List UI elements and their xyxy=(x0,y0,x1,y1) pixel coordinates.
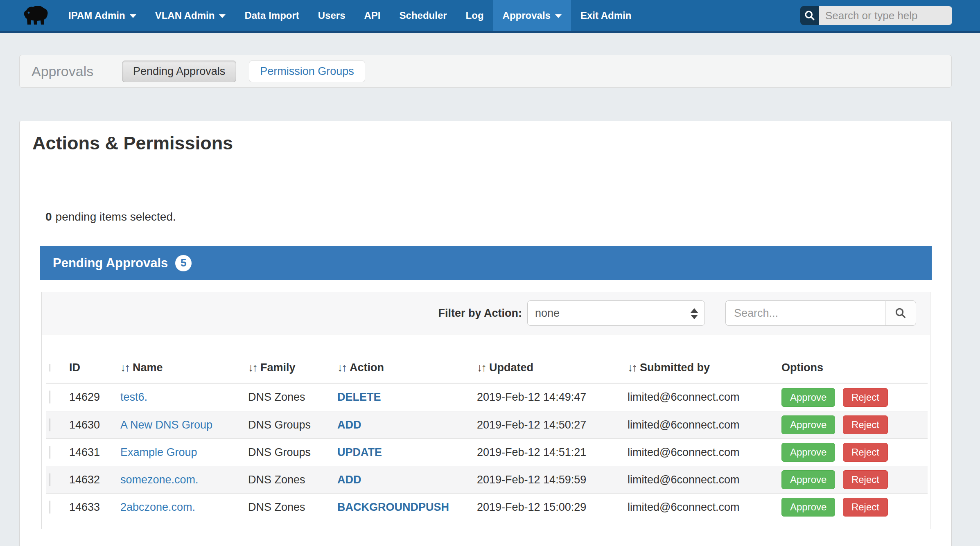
row-options: Approve Reject xyxy=(781,470,928,489)
main-panel: Actions & Permissions 0pending items sel… xyxy=(19,121,952,546)
column-header[interactable]: ↓↑ Updated xyxy=(477,361,628,374)
nav-item[interactable]: Users xyxy=(309,0,355,31)
table-search-input[interactable] xyxy=(725,300,885,326)
nav-item[interactable]: Data Import xyxy=(235,0,308,31)
top-navbar: IPAM Admin VLAN Admin Data Import Users … xyxy=(0,0,980,33)
caret-down-icon xyxy=(555,14,562,18)
reject-button[interactable]: Reject xyxy=(843,443,888,462)
nav-item[interactable]: IPAM Admin xyxy=(59,0,146,31)
nav-menu: IPAM Admin VLAN Admin Data Import Users … xyxy=(59,0,641,31)
row-checkbox[interactable] xyxy=(50,446,50,459)
sort-icon: ↓↑ xyxy=(120,361,129,374)
column-header-label: Family xyxy=(260,361,296,374)
tab[interactable]: Pending Approvals xyxy=(122,61,236,82)
row-id: 14633 xyxy=(69,501,120,514)
approve-button[interactable]: Approve xyxy=(781,498,835,517)
approve-button[interactable]: Approve xyxy=(781,443,835,462)
search-icon[interactable] xyxy=(800,6,819,25)
row-submitted-by: limited@6connect.com xyxy=(628,419,781,431)
row-name-link[interactable]: test6. xyxy=(120,391,147,403)
reject-button[interactable]: Reject xyxy=(843,470,888,489)
selected-text: pending items selected. xyxy=(56,210,176,223)
help-search-input[interactable] xyxy=(819,6,952,25)
row-checkbox[interactable] xyxy=(50,390,50,404)
magnifier-glyph xyxy=(804,10,815,21)
reject-button[interactable]: Reject xyxy=(843,388,888,407)
select-all-checkbox[interactable] xyxy=(50,364,50,372)
column-header-label: Name xyxy=(133,361,163,374)
row-checkbox[interactable] xyxy=(50,501,50,514)
row-submitted-by: limited@6connect.com xyxy=(628,501,781,514)
nav-item-label: Data Import xyxy=(244,10,299,21)
reject-button[interactable]: Reject xyxy=(843,498,888,517)
selected-filter-value: none xyxy=(535,307,560,320)
selected-count: 0 xyxy=(45,210,52,223)
approvals-table-container: Filter by Action: none xyxy=(41,292,930,529)
row-family: DNS Zones xyxy=(248,501,337,514)
row-options: Approve Reject xyxy=(781,443,928,462)
row-id: 14629 xyxy=(69,391,120,404)
row-id: 14632 xyxy=(69,474,120,486)
tab-label: Permission Groups xyxy=(260,65,354,77)
approve-button[interactable]: Approve xyxy=(781,388,835,407)
nav-item[interactable]: API xyxy=(355,0,390,31)
nav-item[interactable]: Approvals xyxy=(493,0,571,31)
nav-item[interactable]: Scheduler xyxy=(390,0,456,31)
app-logo[interactable] xyxy=(23,0,49,31)
tab-label: Pending Approvals xyxy=(133,65,225,77)
page-header-bar: Approvals Pending Approvals Permission G… xyxy=(19,55,952,88)
reject-button[interactable]: Reject xyxy=(843,415,888,434)
row-options: Approve Reject xyxy=(781,415,928,434)
row-name-link[interactable]: somezone.com. xyxy=(120,474,199,486)
row-submitted-by: limited@6connect.com xyxy=(628,391,781,404)
row-id: 14631 xyxy=(69,446,120,459)
column-header: Options xyxy=(781,361,928,374)
row-updated: 2019-Feb-12 14:50:27 xyxy=(477,419,628,431)
nav-item-label: IPAM Admin xyxy=(68,10,125,21)
magnifier-icon xyxy=(894,307,907,319)
help-search xyxy=(800,6,952,25)
column-header-label: Updated xyxy=(489,361,533,374)
selected-summary: 0pending items selected. xyxy=(45,210,176,223)
nav-item-label: Users xyxy=(318,10,345,21)
caret-down-icon xyxy=(130,14,136,18)
column-header: ID xyxy=(69,361,120,374)
table-header-row: ID ↓↑ Name ↓↑ Family ↓↑ Action xyxy=(46,353,928,384)
row-options: Approve Reject xyxy=(781,388,928,407)
action-filter-select[interactable]: none xyxy=(527,300,705,326)
row-id: 14630 xyxy=(69,419,120,431)
approve-button[interactable]: Approve xyxy=(781,470,835,489)
filter-label: Filter by Action: xyxy=(438,307,522,320)
row-family: DNS Zones xyxy=(248,474,337,486)
row-action: UPDATE xyxy=(337,446,477,459)
row-checkbox[interactable] xyxy=(50,473,50,486)
approve-button[interactable]: Approve xyxy=(781,415,835,434)
row-options: Approve Reject xyxy=(781,498,928,517)
nav-item[interactable]: VLAN Admin xyxy=(146,0,235,31)
tab[interactable]: Permission Groups xyxy=(249,61,365,82)
approvals-table: ID ↓↑ Name ↓↑ Family ↓↑ Action xyxy=(46,353,928,521)
column-header[interactable]: ↓↑ Submitted by xyxy=(628,361,781,374)
sort-icon: ↓↑ xyxy=(628,361,636,374)
row-name-link[interactable]: A New DNS Group xyxy=(120,419,212,431)
select-arrows-icon xyxy=(691,301,698,326)
column-header[interactable]: ↓↑ Action xyxy=(337,361,477,374)
row-updated: 2019-Feb-12 15:00:29 xyxy=(477,501,628,514)
row-name-link[interactable]: Example Group xyxy=(120,446,197,458)
column-header-label: Submitted by xyxy=(640,361,710,374)
filter-row: Filter by Action: none xyxy=(42,292,930,334)
column-header[interactable]: ↓↑ Name xyxy=(120,361,248,374)
nav-item[interactable]: Log xyxy=(456,0,493,31)
row-action: BACKGROUNDPUSH xyxy=(337,501,477,514)
row-submitted-by: limited@6connect.com xyxy=(628,446,781,459)
sort-icon: ↓↑ xyxy=(248,361,257,374)
row-name-link[interactable]: 2abczone.com. xyxy=(120,501,195,513)
nav-item-label: API xyxy=(364,10,381,21)
column-header[interactable]: ↓↑ Family xyxy=(248,361,337,374)
nav-item-label: VLAN Admin xyxy=(155,10,215,21)
nav-item[interactable]: Exit Admin xyxy=(571,0,641,31)
row-checkbox[interactable] xyxy=(50,418,50,431)
table-row: 14632 somezone.com. DNS Zones ADD 2019-F… xyxy=(46,466,928,493)
row-family: DNS Zones xyxy=(248,391,337,404)
table-search-button[interactable] xyxy=(885,300,916,326)
